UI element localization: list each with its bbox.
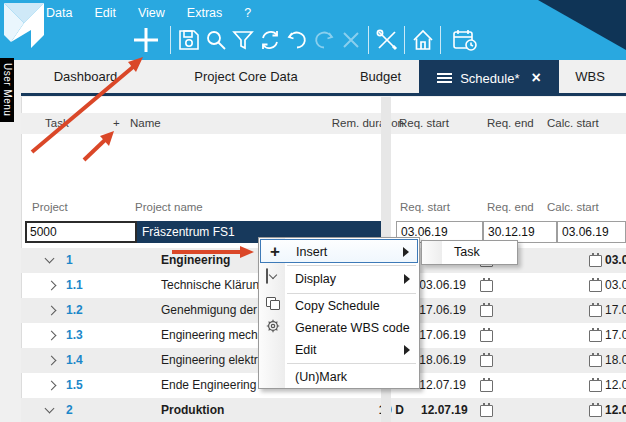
menu-data[interactable]: Data bbox=[46, 4, 72, 22]
calendar-icon[interactable] bbox=[589, 330, 602, 342]
toolbar-divider bbox=[170, 26, 171, 54]
menu-item-edit[interactable]: Edit bbox=[260, 339, 418, 361]
col-name[interactable]: Name bbox=[130, 113, 161, 134]
toolbar-divider bbox=[404, 26, 405, 54]
project-calc-start-cell[interactable]: 03.06.19 bbox=[557, 221, 626, 243]
col-calc-start[interactable]: Calc. start bbox=[547, 113, 599, 134]
redo-icon bbox=[310, 23, 337, 57]
calendar-icon[interactable] bbox=[589, 280, 602, 292]
submenu-gutter bbox=[422, 241, 442, 264]
save-icon[interactable] bbox=[175, 23, 202, 57]
add-column-button[interactable]: + bbox=[113, 113, 120, 134]
undo-icon[interactable] bbox=[283, 23, 310, 57]
tools-icon[interactable] bbox=[373, 23, 400, 57]
calendar-icon[interactable] bbox=[589, 305, 602, 317]
context-menu: + Insert Display Copy Schedule Generate … bbox=[258, 237, 420, 389]
project-id-cell[interactable]: 5000 bbox=[25, 221, 137, 243]
display-icon bbox=[266, 268, 268, 284]
col-req-start[interactable]: Req. start bbox=[399, 113, 449, 134]
chevron-right-icon[interactable] bbox=[47, 331, 57, 341]
calendar-icon[interactable] bbox=[589, 355, 602, 367]
label-req-start: Req. start bbox=[400, 201, 450, 213]
chevron-down-icon[interactable] bbox=[45, 404, 55, 414]
menu-edit[interactable]: Edit bbox=[94, 4, 116, 22]
search-icon[interactable] bbox=[202, 23, 229, 57]
tab-menu-icon[interactable] bbox=[437, 73, 452, 84]
label-calc-start: Calc. start bbox=[547, 201, 599, 213]
calendar-icon[interactable] bbox=[480, 380, 493, 392]
label-project: Project bbox=[32, 201, 68, 213]
submenu-arrow-icon bbox=[403, 247, 409, 257]
app-logo bbox=[3, 2, 45, 56]
toolbar-divider bbox=[440, 26, 441, 54]
chevron-right-icon[interactable] bbox=[47, 306, 57, 316]
col-req-end[interactable]: Req. end bbox=[487, 113, 534, 134]
tab-dashboard[interactable]: Dashboard bbox=[21, 60, 150, 93]
corner-decoration bbox=[538, 0, 626, 50]
menu-item-generate-wbs-code[interactable]: Generate WBS code bbox=[260, 317, 418, 339]
calendar-icon[interactable] bbox=[589, 380, 602, 392]
home-icon[interactable] bbox=[409, 23, 436, 57]
tab-budget[interactable]: Budget bbox=[342, 60, 419, 93]
menu-bar: Data Edit View Extras ? bbox=[46, 4, 251, 22]
chevron-right-icon[interactable] bbox=[47, 281, 57, 291]
add-button[interactable] bbox=[126, 23, 166, 57]
refresh-icon[interactable] bbox=[256, 23, 283, 57]
schedule-icon[interactable] bbox=[445, 23, 485, 57]
user-menu-bar[interactable]: User Menu bbox=[0, 58, 14, 122]
calendar-icon[interactable] bbox=[480, 305, 493, 317]
submenu-arrow-icon bbox=[404, 274, 410, 284]
plus-icon: + bbox=[267, 244, 283, 260]
menu-extras[interactable]: Extras bbox=[187, 4, 222, 22]
menu-separator bbox=[287, 363, 416, 364]
tab-project-core-data[interactable]: Project Core Data bbox=[150, 60, 342, 93]
menu-view[interactable]: View bbox=[138, 4, 165, 22]
tab-schedule[interactable]: Schedule* × bbox=[419, 60, 559, 96]
chevron-down-icon[interactable] bbox=[45, 254, 55, 264]
menu-item-insert[interactable]: + Insert bbox=[260, 239, 418, 263]
calendar-icon[interactable] bbox=[589, 405, 602, 417]
menu-item-unmark[interactable]: (Un)Mark bbox=[260, 365, 418, 389]
toolbar bbox=[126, 22, 485, 58]
gear-icon bbox=[266, 322, 280, 336]
calendar-icon[interactable] bbox=[480, 280, 493, 292]
grid-header: Task + Name Rem. duration Req. start Req… bbox=[21, 113, 626, 134]
label-project-name: Project name bbox=[135, 201, 203, 213]
app-window: Data Edit View Extras ? bbox=[0, 0, 626, 422]
calendar-icon[interactable] bbox=[480, 405, 493, 417]
menu-item-copy-schedule[interactable]: Copy Schedule bbox=[260, 295, 418, 317]
menu-separator bbox=[287, 293, 416, 294]
submenu-arrow-icon bbox=[404, 345, 410, 355]
table-row[interactable]: 2 Produktion 10 D 12.07.19 12.07.19 bbox=[21, 398, 626, 422]
chevron-right-icon[interactable] bbox=[47, 356, 57, 366]
calendar-icon[interactable] bbox=[480, 355, 493, 367]
menu-help[interactable]: ? bbox=[244, 4, 251, 22]
calendar-icon[interactable] bbox=[589, 255, 602, 267]
menu-separator bbox=[287, 265, 416, 266]
menu-item-display[interactable]: Display bbox=[260, 267, 418, 291]
label-req-end: Req. end bbox=[487, 201, 534, 213]
filter-icon[interactable] bbox=[229, 23, 256, 57]
toolbar-divider bbox=[368, 26, 369, 54]
col-task[interactable]: Task bbox=[45, 113, 69, 134]
tab-close-icon[interactable]: × bbox=[531, 71, 540, 85]
insert-submenu: Task bbox=[421, 240, 518, 265]
tab-bar: Dashboard Project Core Data Budget Sched… bbox=[21, 60, 626, 93]
chevron-right-icon[interactable] bbox=[47, 381, 57, 391]
delete-icon bbox=[337, 23, 364, 57]
top-toolbar: Data Edit View Extras ? bbox=[0, 0, 626, 60]
submenu-item-task[interactable]: Task bbox=[454, 241, 480, 264]
calendar-icon[interactable] bbox=[480, 330, 493, 342]
tab-wbs[interactable]: WBS bbox=[559, 60, 621, 93]
